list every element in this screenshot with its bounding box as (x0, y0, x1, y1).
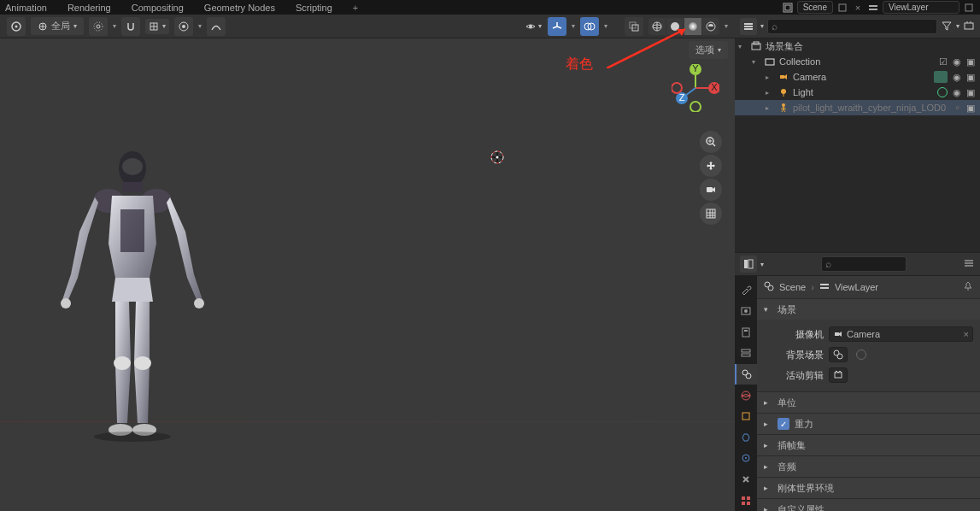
viewport-options-dropdown[interactable]: 选项▾ (689, 41, 728, 59)
breadcrumb-viewlayer[interactable]: ViewLayer (835, 282, 878, 292)
zoom-button[interactable] (700, 131, 722, 153)
camera-prop-label: 摄像机 (764, 328, 824, 341)
navigation-gizmo[interactable]: Y X Z (672, 64, 719, 112)
gravity-checkbox[interactable]: ✓ (778, 418, 789, 430)
svg-point-29 (671, 22, 679, 31)
outliner-item-light[interactable]: ▸ Light ◉▣ (735, 85, 980, 100)
shading-solid-button[interactable] (666, 18, 684, 35)
snap-mode-dropdown[interactable]: ▾ (145, 19, 169, 34)
svg-point-57 (496, 156, 499, 159)
render-icon[interactable]: ▣ (965, 103, 977, 114)
tab-object[interactable] (735, 406, 757, 427)
visibility-eye-icon[interactable]: ◉ (951, 56, 963, 68)
perspective-button[interactable] (700, 203, 722, 225)
clip-field[interactable] (829, 367, 848, 383)
camera-view-button[interactable] (700, 179, 722, 201)
orientation-label: 全局 (51, 20, 70, 32)
svg-rect-111 (742, 502, 745, 505)
menu-geometry-nodes[interactable]: Geometry Nodes (204, 3, 275, 13)
bg-scene-field[interactable] (829, 347, 848, 362)
scene-link-icon[interactable] (836, 2, 848, 14)
curve-falloff-button[interactable] (207, 17, 226, 36)
camera-prop-field[interactable]: Camera × (829, 326, 973, 342)
3d-viewport[interactable]: 选项▾ Y X Z (0, 38, 735, 511)
tab-modifier[interactable] (735, 426, 757, 448)
viewlayer-add-icon[interactable] (963, 2, 975, 14)
panel-gravity-header[interactable]: ▸✓重力 (757, 414, 980, 434)
scene-icon (764, 281, 774, 293)
panel-audio-header[interactable]: ▸音频 (757, 456, 980, 477)
svg-text:X: X (711, 82, 718, 92)
gizmo-toggle-button[interactable] (548, 17, 566, 36)
visibility-eye-icon[interactable]: ⚬ (951, 103, 963, 114)
tab-viewlayer[interactable] (735, 343, 757, 364)
properties-options-button[interactable] (963, 257, 975, 271)
keyframe-dot[interactable] (856, 349, 866, 360)
tab-output[interactable] (735, 321, 757, 343)
outliner-tree[interactable]: ▾ 场景集合 ▾ Collection ☑◉▣ ▸ Camera ◉▣ ▸ Li… (735, 38, 980, 252)
visibility-dropdown[interactable]: ▾ (524, 17, 543, 36)
menu-compositing[interactable]: Compositing (132, 3, 184, 13)
svg-rect-116 (820, 287, 829, 289)
tab-world[interactable] (735, 385, 757, 406)
panel-custom-header[interactable]: ▸自定义属性 (757, 499, 980, 511)
properties-search-input[interactable] (821, 256, 907, 272)
scene-header: Scene × ViewLayer (782, 0, 980, 15)
svg-point-17 (182, 25, 185, 28)
svg-rect-60 (122, 182, 143, 192)
outliner-display-mode-button[interactable] (740, 18, 757, 35)
viewlayer-name-field[interactable]: ViewLayer (883, 1, 959, 14)
tab-render[interactable] (735, 301, 757, 322)
outliner-new-collection-button[interactable] (963, 20, 975, 33)
pivot-point-button[interactable] (89, 17, 108, 36)
outliner-filter-button[interactable] (941, 20, 953, 33)
panel-rigidbody-header[interactable]: ▸刚体世界环境 (757, 478, 980, 498)
outliner-item-armature[interactable]: ▸ pilot_light_wraith_cyber_ninja_LOD0 ⚬▣ (735, 100, 980, 115)
outliner-item-camera[interactable]: ▸ Camera ◉▣ (735, 69, 980, 85)
pan-button[interactable] (700, 155, 722, 177)
render-icon[interactable]: ▣ (965, 56, 977, 68)
shading-material-button[interactable] (684, 18, 701, 35)
tab-constraint[interactable] (735, 469, 757, 490)
tab-scene[interactable] (735, 364, 757, 385)
panel-keying-header[interactable]: ▸插帧集 (757, 435, 980, 455)
scene-close-icon[interactable]: × (852, 2, 864, 14)
tab-tool[interactable] (735, 279, 757, 301)
render-icon[interactable]: ▣ (965, 87, 977, 98)
menu-scripting[interactable]: Scripting (296, 3, 332, 13)
tab-data[interactable] (735, 490, 757, 511)
snap-toggle-button[interactable] (121, 17, 140, 36)
outliner-item-collection[interactable]: ▾ Collection ☑◉▣ (735, 54, 980, 69)
pin-icon[interactable] (963, 281, 973, 293)
menu-animation[interactable]: Animation (5, 3, 47, 13)
shading-rendered-button[interactable] (702, 18, 719, 35)
render-icon[interactable]: ▣ (965, 72, 977, 83)
panel-units-header[interactable]: ▸单位 (757, 392, 980, 413)
clear-icon[interactable]: × (964, 329, 969, 339)
xray-toggle-button[interactable] (625, 17, 643, 36)
proportional-edit-button[interactable] (174, 17, 193, 36)
outliner-search-input[interactable] (767, 19, 937, 34)
properties-editor-button[interactable] (740, 256, 757, 273)
panel-scene-header[interactable]: ▾场景 (757, 299, 980, 320)
svg-point-30 (689, 22, 697, 31)
svg-line-21 (553, 26, 557, 28)
panel-scene: ▾场景 摄像机 Camera × 背景场景 (757, 298, 980, 391)
svg-rect-83 (766, 59, 774, 65)
tab-physics[interactable] (735, 448, 757, 469)
scene-name-field[interactable]: Scene (797, 1, 833, 14)
overlays-toggle-button[interactable] (580, 17, 599, 36)
editor-type-button[interactable] (7, 17, 26, 36)
add-workspace-button[interactable]: + (353, 3, 358, 13)
shading-wireframe-button[interactable] (648, 18, 666, 35)
visibility-eye-icon[interactable]: ◉ (951, 87, 963, 98)
svg-point-84 (781, 89, 786, 94)
visibility-eye-icon[interactable]: ◉ (951, 72, 963, 83)
svg-point-12 (94, 22, 103, 31)
transform-orientation-dropdown[interactable]: 全局 ▾ (31, 17, 84, 35)
svg-rect-2 (839, 4, 846, 11)
outliner-scene-collection[interactable]: ▾ 场景集合 (735, 38, 980, 54)
breadcrumb-scene[interactable]: Scene (779, 282, 806, 292)
exclude-checkbox[interactable]: ☑ (937, 56, 949, 68)
menu-rendering[interactable]: Rendering (67, 3, 111, 13)
